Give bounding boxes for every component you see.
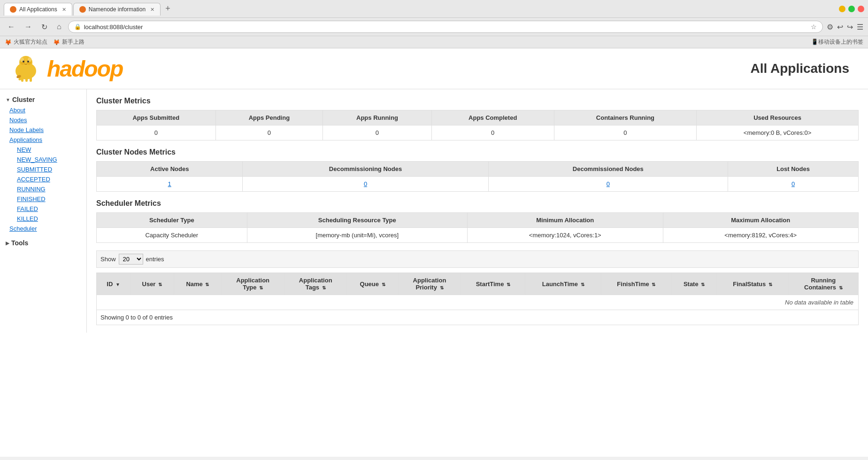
browser-tab-1[interactable]: All Applications ✕ [4,3,72,16]
th-application-tags[interactable]: ApplicationTags ⇅ [284,273,347,295]
cluster-metrics-table: Apps Submitted Apps Pending Apps Running… [96,110,859,140]
menu-icon[interactable]: ☰ [857,23,863,31]
address-url: localhost:8088/cluster [84,23,808,31]
val-scheduler-type: Capacity Scheduler [97,228,247,243]
col-maximum-allocation: Maximum Allocation [663,213,859,228]
user-sort-icon: ⇅ [158,282,162,287]
new-tab-button[interactable]: + [161,2,174,16]
mobile-bookmarks[interactable]: 📱移动设备上的书签 [811,38,863,46]
scheduler-metrics-title: Scheduler Metrics [96,199,859,208]
address-bar-icons: ☆ [811,23,817,31]
sidebar-item-applications[interactable]: Applications [0,135,86,145]
th-application-type[interactable]: ApplicationType ⇅ [222,273,284,295]
bookmark-star-icon[interactable]: ☆ [811,23,817,31]
col-scheduler-type: Scheduler Type [97,213,247,228]
browser-tab-2[interactable]: Namenode information ✕ [73,3,161,16]
state-sort-icon: ⇅ [701,282,705,287]
th-start-time[interactable]: StartTime ⇅ [461,273,525,295]
sidebar-item-about[interactable]: About [0,105,86,115]
th-state[interactable]: State ⇅ [671,273,717,295]
th-application-priority[interactable]: ApplicationPriority ⇅ [398,273,461,295]
col-apps-completed: Apps Completed [431,110,554,125]
sidebar-item-scheduler[interactable]: Scheduler [0,224,86,234]
th-final-status[interactable]: FinalStatus ⇅ [717,273,788,295]
tab-1-label: All Applications [19,6,57,13]
finish-time-sort-icon: ⇅ [652,282,655,287]
col-apps-submitted: Apps Submitted [97,110,216,125]
val-decommissioning-nodes[interactable]: 0 [243,177,488,192]
close-button[interactable] [858,6,864,12]
sidebar-item-node-labels[interactable]: Node Labels [0,125,86,135]
page-body: ▼ Cluster About Nodes Node Labels Applic… [0,89,868,333]
tab-1-close[interactable]: ✕ [62,7,66,13]
val-decommissioned-nodes[interactable]: 0 [488,177,728,192]
val-containers-running: 0 [554,125,697,140]
sidebar-item-accepted[interactable]: ACCEPTED [0,174,86,184]
queue-sort-icon: ⇅ [382,282,385,287]
sidebar-tools-toggle[interactable]: ▶ Tools [0,237,86,249]
th-launch-time[interactable]: LaunchTime ⇅ [525,273,601,295]
bookmark-item-1[interactable]: 🦊 火狐官方站点 [5,38,47,46]
entries-label: entries [146,256,164,263]
sidebar-item-submitted[interactable]: SUBMITTED [0,164,86,174]
page-header: hadoop All Applications [0,48,868,89]
th-user[interactable]: User ⇅ [131,273,174,295]
col-decommissioning-nodes: Decommissioning Nodes [243,162,488,177]
profile-icon[interactable]: ↩ [837,23,843,31]
toolbar-right: ⚙ ↩ ↪ ☰ [827,23,863,31]
col-minimum-allocation: Minimum Allocation [468,213,663,228]
sidebar-item-new-saving[interactable]: NEW_SAVING [0,155,86,164]
minimize-button[interactable] [839,6,845,12]
launch-time-sort-icon: ⇅ [581,282,584,287]
tab-2-close[interactable]: ✕ [150,7,154,13]
app-priority-sort-icon: ⇅ [440,285,444,290]
browser-chrome: All Applications ✕ Namenode information … [0,0,868,48]
th-queue[interactable]: Queue ⇅ [347,273,398,295]
forward-button[interactable]: → [22,22,35,32]
extensions-icon[interactable]: ⚙ [827,23,833,31]
browser-titlebar: All Applications ✕ Namenode information … [0,0,868,18]
svg-point-7 [27,61,29,62]
sidebar-cluster-section: ▼ Cluster About Nodes Node Labels Applic… [0,94,86,234]
address-bar[interactable]: 🔒 localhost:8088/cluster ☆ [68,21,823,33]
maximize-button[interactable] [848,6,855,12]
th-name[interactable]: Name ⇅ [174,273,222,295]
th-running-containers[interactable]: RunningContainers ⇅ [788,273,858,295]
home-button[interactable]: ⌂ [54,22,64,32]
th-finish-time[interactable]: FinishTime ⇅ [601,273,671,295]
val-lost-nodes[interactable]: 0 [728,177,859,192]
sidebar-cluster-toggle[interactable]: ▼ Cluster [0,94,86,105]
hadoop-logo: hadoop [9,52,123,85]
tab-2-label: Namenode information [89,6,146,13]
final-status-sort-icon: ⇅ [768,282,772,287]
firefox-icon [10,6,16,13]
sidebar-item-finished[interactable]: FINISHED [0,194,86,204]
val-active-nodes[interactable]: 1 [97,177,243,192]
sidebar-item-new[interactable]: NEW [0,145,86,155]
bookmarks-bar: 🦊 火狐官方站点 🦊 新手上路 📱移动设备上的书签 [0,36,868,48]
show-entries-select[interactable]: 10 20 25 50 100 [119,254,143,265]
sidebar-item-killed[interactable]: KILLED [0,214,86,224]
cluster-label: Cluster [12,96,35,103]
val-minimum-allocation: <memory:1024, vCores:1> [468,228,663,243]
scheduler-metrics-table: Scheduler Type Scheduling Resource Type … [96,212,859,243]
cluster-nodes-table: Active Nodes Decommissioning Nodes Decom… [96,161,859,192]
val-apps-running: 0 [323,125,432,140]
cluster-triangle-icon: ▼ [6,97,10,102]
col-used-resources: Used Resources [697,110,859,125]
page-title: All Applications [750,61,859,76]
sidebar-item-nodes[interactable]: Nodes [0,115,86,125]
col-decommissioned-nodes: Decommissioned Nodes [488,162,728,177]
sync-icon[interactable]: ↪ [847,23,853,31]
svg-point-6 [23,61,24,62]
no-data-message: No data available in table [97,295,859,310]
svg-rect-11 [30,77,32,82]
back-button[interactable]: ← [5,22,18,32]
bookmark-item-2[interactable]: 🦊 新手上路 [53,38,84,46]
sidebar-item-running[interactable]: RUNNING [0,184,86,194]
sidebar-item-failed[interactable]: FAILED [0,204,86,214]
col-lost-nodes: Lost Nodes [728,162,859,177]
browser-toolbar: ← → ↻ ⌂ 🔒 localhost:8088/cluster ☆ ⚙ ↩ ↪… [0,18,868,36]
th-id[interactable]: ID ▼ [97,273,131,295]
reload-button[interactable]: ↻ [38,22,50,32]
